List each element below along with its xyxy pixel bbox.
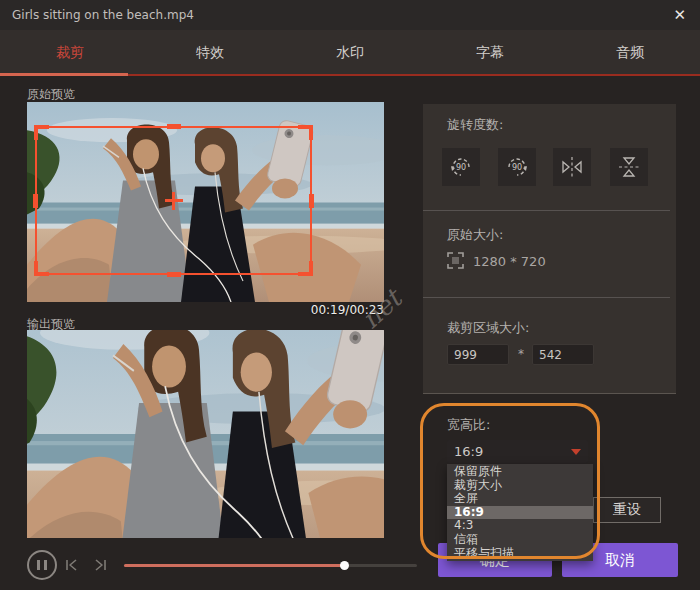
progress-fill xyxy=(124,564,345,567)
crop-handle-bottom[interactable] xyxy=(167,272,181,277)
skip-end-icon xyxy=(92,558,108,572)
crop-width-input[interactable] xyxy=(447,344,509,365)
original-preview-label: 原始预览 xyxy=(27,86,75,103)
settings-panel: 旋转度数: 90 90 xyxy=(423,104,676,394)
crop-height-input[interactable] xyxy=(532,344,594,365)
flip-vertical-button[interactable] xyxy=(610,148,648,186)
original-size-label: 原始大小: xyxy=(447,226,503,244)
option-crop-size[interactable]: 裁剪大小 xyxy=(447,479,593,493)
aspect-ratio-dropdown-list: 保留原件 裁剪大小 全屏 16:9 4:3 信箱 平移与扫描 xyxy=(447,464,593,561)
rotate-left-90-button[interactable]: 90 xyxy=(442,148,480,186)
tab-crop[interactable]: 裁剪 xyxy=(0,30,140,76)
aspect-ratio-selected-value: 16:9 xyxy=(454,444,483,459)
skip-to-end-button[interactable] xyxy=(92,557,108,576)
separator xyxy=(423,297,670,298)
rotate-right-icon: 90 xyxy=(503,153,531,181)
svg-text:90: 90 xyxy=(456,163,466,172)
dimensions-icon xyxy=(447,252,464,273)
tab-watermark[interactable]: 水印 xyxy=(280,30,420,76)
rotation-label: 旋转度数: xyxy=(447,116,503,134)
original-size-value: 1280 * 720 xyxy=(473,254,546,269)
output-preview-video xyxy=(27,330,384,538)
active-tab-underline xyxy=(0,73,128,76)
option-letterbox[interactable]: 信箱 xyxy=(447,533,593,547)
title-bar: Girls sitting on the beach.mp4 ✕ xyxy=(0,0,700,30)
svg-text:90: 90 xyxy=(512,163,522,172)
separator xyxy=(423,210,670,211)
option-4-3[interactable]: 4:3 xyxy=(447,519,593,533)
option-full-screen[interactable]: 全屏 xyxy=(447,492,593,506)
skip-to-start-button[interactable] xyxy=(64,557,80,576)
beach-video-frame-cropped xyxy=(27,330,384,538)
crop-handle-top-right[interactable] xyxy=(298,125,313,140)
option-keep-original[interactable]: 保留原件 xyxy=(447,465,593,479)
pause-icon xyxy=(44,560,47,570)
progress-handle[interactable] xyxy=(340,561,349,570)
tab-audio[interactable]: 音频 xyxy=(560,30,700,76)
tab-effects[interactable]: 特效 xyxy=(140,30,280,76)
dropdown-arrow-icon xyxy=(571,449,581,455)
crop-handle-bottom-left[interactable] xyxy=(34,261,49,276)
crop-handle-top[interactable] xyxy=(167,124,181,129)
flip-horizontal-button[interactable] xyxy=(553,148,591,186)
flip-vertical-icon xyxy=(615,153,643,181)
window-title: Girls sitting on the beach.mp4 xyxy=(12,8,194,22)
aspect-ratio-label: 宽高比: xyxy=(447,416,490,434)
crop-dialog-window: Girls sitting on the beach.mp4 ✕ 裁剪 特效 水… xyxy=(0,0,700,590)
rotate-right-90-button[interactable]: 90 xyxy=(498,148,536,186)
option-16-9[interactable]: 16:9 xyxy=(447,506,593,520)
rotate-left-icon: 90 xyxy=(447,153,475,181)
crop-handle-right[interactable] xyxy=(309,194,314,208)
crop-size-label: 裁剪区域大小: xyxy=(447,319,529,337)
crop-selection-frame[interactable] xyxy=(35,126,312,275)
close-icon[interactable]: ✕ xyxy=(673,8,686,23)
playback-progress-slider[interactable] xyxy=(124,564,417,567)
pause-button[interactable] xyxy=(27,550,57,580)
skip-start-icon xyxy=(64,558,80,572)
tab-bar: 裁剪 特效 水印 字幕 音频 xyxy=(0,30,700,76)
crop-handle-bottom-right[interactable] xyxy=(298,261,313,276)
tab-subtitle[interactable]: 字幕 xyxy=(420,30,560,76)
size-separator: * xyxy=(518,347,524,361)
original-preview-video[interactable] xyxy=(27,102,384,302)
aspect-ratio-select[interactable]: 16:9 xyxy=(447,440,588,463)
option-pan-scan[interactable]: 平移与扫描 xyxy=(447,547,593,561)
crop-handle-left[interactable] xyxy=(33,194,38,208)
crop-center-crosshair[interactable] xyxy=(172,192,175,210)
reset-button[interactable]: 重设 xyxy=(593,497,661,523)
crop-handle-top-left[interactable] xyxy=(34,125,49,140)
flip-horizontal-icon xyxy=(558,153,586,181)
pause-icon xyxy=(37,560,40,570)
